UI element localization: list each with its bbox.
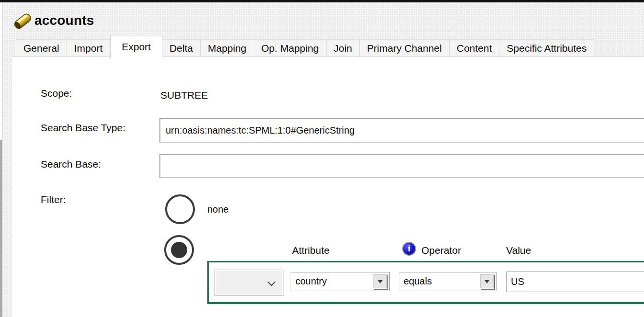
tab-content[interactable]: Content — [450, 39, 500, 57]
info-icon[interactable]: i — [402, 242, 416, 256]
chevron-down-icon — [268, 278, 276, 286]
attribute-dropdown-button[interactable] — [373, 274, 387, 289]
tab-op-mapping[interactable]: Op. Mapping — [254, 39, 327, 57]
filter-attribute-radio[interactable] — [164, 235, 194, 265]
tab-bar: General Import Export Delta Mapping Op. … — [16, 39, 594, 57]
tab-mapping[interactable]: Mapping — [201, 39, 254, 57]
top-border-bar — [0, 0, 644, 2]
filter-none-radio[interactable] — [165, 194, 195, 224]
operator-dropdown[interactable]: equals — [399, 272, 497, 291]
filter-label: Filter: — [41, 194, 66, 205]
filter-scope-dropdown[interactable] — [215, 270, 283, 296]
channel-config-screen: accounts General Import Export Delta Map… — [0, 0, 644, 317]
tab-general[interactable]: General — [16, 39, 67, 57]
value-column-header: Value — [506, 245, 531, 256]
left-scrollbar[interactable] — [0, 2, 2, 317]
scrollbar-thumb[interactable] — [0, 140, 2, 317]
scope-value: SUBTREE — [160, 90, 208, 101]
tab-import[interactable]: Import — [67, 39, 111, 57]
scope-label: Scope: — [41, 88, 72, 99]
search-base-type-input[interactable] — [159, 118, 644, 143]
tab-specific-attributes[interactable]: Specific Attributes — [499, 39, 594, 57]
filter-none-label[interactable]: none — [207, 204, 229, 215]
tab-delta[interactable]: Delta — [162, 39, 201, 57]
tab-join[interactable]: Join — [327, 39, 360, 57]
attribute-dropdown-value: country — [295, 276, 327, 287]
arrow-down-icon — [378, 280, 383, 283]
page-title: accounts — [34, 13, 94, 28]
search-base-input[interactable] — [159, 154, 644, 178]
pipe-connector-icon — [12, 11, 33, 32]
filter-value-input[interactable] — [506, 272, 644, 292]
operator-column-header: Operator — [421, 245, 461, 256]
attribute-dropdown[interactable]: country — [291, 272, 390, 291]
attribute-column-header: Attribute — [292, 245, 329, 256]
tab-primary-channel[interactable]: Primary Channel — [360, 39, 449, 57]
tab-export[interactable]: Export — [110, 35, 162, 58]
arrow-down-icon — [485, 280, 489, 283]
operator-dropdown-button[interactable] — [480, 274, 494, 289]
search-base-type-label: Search Base Type: — [41, 122, 125, 134]
search-base-label: Search Base: — [41, 158, 101, 170]
operator-dropdown-value: equals — [404, 276, 432, 287]
